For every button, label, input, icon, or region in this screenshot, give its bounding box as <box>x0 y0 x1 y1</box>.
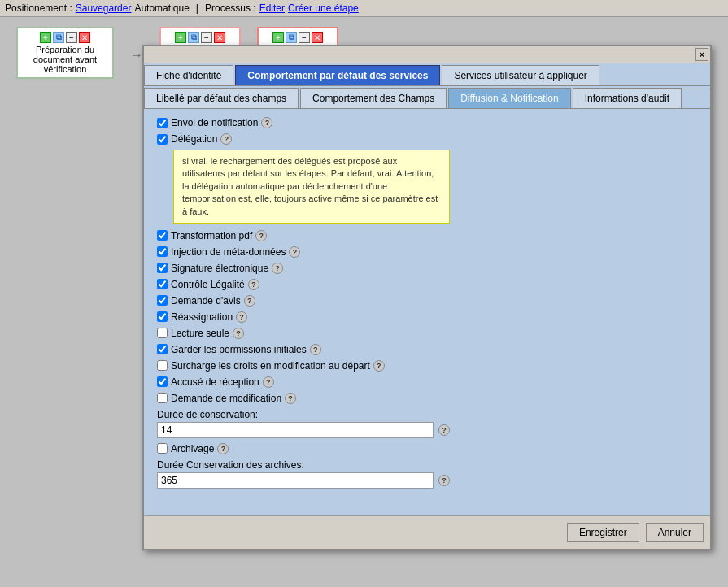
help-icon-lecture[interactable]: ? <box>233 328 244 339</box>
checkbox-demande-modif[interactable] <box>157 393 168 403</box>
duree-input[interactable] <box>157 422 434 438</box>
label-archivage: Archivage <box>171 443 214 454</box>
help-icon-delegation[interactable]: ? <box>220 133 232 145</box>
help-icon-accuse[interactable]: ? <box>263 376 274 388</box>
box1-label: Préparation du document avant vérificati… <box>24 45 106 74</box>
help-icon-reassignation[interactable]: ? <box>236 311 247 323</box>
checkbox-garder[interactable] <box>157 344 168 354</box>
box1-delete-icon[interactable]: ✕ <box>79 32 90 43</box>
field-row-duree: Durée de conservation: ? <box>157 409 697 438</box>
label-envoi: Envoi de notification <box>171 117 258 128</box>
process-box-1[interactable]: + ⧉ − ✕ Préparation du document avant vé… <box>16 27 114 79</box>
box3-copy-icon[interactable]: ⧉ <box>286 32 297 43</box>
help-icon-demande-avis[interactable]: ? <box>244 295 255 307</box>
box3-plus-icon[interactable]: + <box>272 32 284 43</box>
checkbox-demande-avis[interactable] <box>157 295 168 306</box>
archives-input[interactable] <box>157 472 434 489</box>
tab-comportement[interactable]: Comportement par défaut des services <box>235 65 440 85</box>
check-row-demande-modif: Demande de modification ? <box>157 393 697 404</box>
checkbox-lecture[interactable] <box>157 328 168 338</box>
box2-icons: + ⧉ − ✕ <box>175 32 225 43</box>
box2-copy-icon[interactable]: ⧉ <box>188 32 199 43</box>
label-signature: Signature électronique <box>171 263 268 274</box>
enregistrer-button[interactable]: Enregistrer <box>567 523 639 542</box>
label-delegation: Délégation <box>171 133 217 145</box>
box1-minus-icon[interactable]: − <box>66 32 77 43</box>
modal-content: Envoi de notification ? Délégation ? si … <box>144 109 710 515</box>
position-label: Positionement : <box>5 2 72 14</box>
checkbox-reassignation[interactable] <box>157 311 168 322</box>
check-row-garder: Garder les permissions initiales ? <box>157 344 697 355</box>
tab-libelle[interactable]: Libellé par défaut des champs <box>144 88 299 108</box>
auto-label: Automatique <box>134 2 189 14</box>
tooltip-delegation: si vrai, le rechargement des délégués es… <box>173 150 450 224</box>
modal-close-button[interactable]: × <box>695 48 708 61</box>
edit-link[interactable]: Editer <box>259 2 285 14</box>
canvas-arrow: → <box>130 48 143 63</box>
box1-plus-icon[interactable]: + <box>40 32 51 43</box>
tab-fiche[interactable]: Fiche d'identité <box>144 65 233 85</box>
checkbox-surcharge[interactable] <box>157 360 168 371</box>
label-demande-modif: Demande de modification <box>171 393 281 404</box>
help-icon-archivage[interactable]: ? <box>217 443 229 454</box>
check-row-demande-avis: Demande d'avis ? <box>157 295 697 307</box>
check-row-delegation: Délégation ? <box>157 133 697 145</box>
help-icon-signature[interactable]: ? <box>272 263 283 274</box>
checkbox-archivage[interactable] <box>157 443 168 454</box>
duree-input-row: ? <box>157 422 697 438</box>
label-lecture: Lecture seule <box>171 328 229 339</box>
label-garder: Garder les permissions initiales <box>171 344 307 355</box>
tab-row-2: Libellé par défaut des champs Comporteme… <box>144 86 710 109</box>
tab-diffusion[interactable]: Diffusion & Notification <box>448 88 571 108</box>
top-toolbar: Positionement : Sauvegarder Automatique … <box>0 0 728 17</box>
help-icon-controle[interactable]: ? <box>248 279 259 290</box>
check-row-accuse: Accusé de réception ? <box>157 376 697 388</box>
label-reassignation: Réassignation <box>171 311 233 323</box>
box2-plus-icon[interactable]: + <box>175 32 186 43</box>
checkbox-transformation[interactable] <box>157 230 168 241</box>
box1-copy-icon[interactable]: ⧉ <box>53 32 64 43</box>
label-accuse: Accusé de réception <box>171 376 259 388</box>
save-link[interactable]: Sauvegarder <box>76 2 132 14</box>
label-demande-avis: Demande d'avis <box>171 295 241 307</box>
label-controle: Contrôle Légalité <box>171 279 245 290</box>
help-icon-transformation[interactable]: ? <box>255 230 267 241</box>
archives-label: Durée Conservation des archives: <box>157 459 697 471</box>
check-row-injection: Injection de méta-données ? <box>157 246 697 258</box>
help-icon-archives[interactable]: ? <box>438 475 450 486</box>
check-row-lecture: Lecture seule ? <box>157 328 697 339</box>
toolbar-sep: | <box>196 2 198 14</box>
box3-minus-icon[interactable]: − <box>299 32 310 43</box>
checkbox-controle[interactable] <box>157 279 168 289</box>
box2-minus-icon[interactable]: − <box>201 32 212 43</box>
duree-label: Durée de conservation: <box>157 409 697 420</box>
tab-comport-champs[interactable]: Comportement des Champs <box>300 88 447 108</box>
checkbox-accuse[interactable] <box>157 376 168 387</box>
checkbox-delegation[interactable] <box>157 134 168 145</box>
annuler-button[interactable]: Annuler <box>646 523 704 542</box>
tab-services[interactable]: Services utilisateur à appliquer <box>442 65 599 85</box>
process-label: Processus : <box>205 2 256 14</box>
check-row-envoi: Envoi de notification ? <box>157 117 697 128</box>
check-row-reassignation: Réassignation ? <box>157 311 697 323</box>
tab-row-1: Fiche d'identité Comportement par défaut… <box>144 63 710 86</box>
box2-delete-icon[interactable]: ✕ <box>214 32 225 43</box>
check-row-controle: Contrôle Légalité ? <box>157 279 697 290</box>
help-icon-duree[interactable]: ? <box>438 424 450 436</box>
help-icon-demande-modif[interactable]: ? <box>285 393 296 404</box>
box3-delete-icon[interactable]: ✕ <box>312 32 323 43</box>
create-step-link[interactable]: Créer une étape <box>288 2 359 14</box>
checkbox-envoi[interactable] <box>157 118 168 128</box>
help-icon-garder[interactable]: ? <box>310 344 321 355</box>
checkbox-injection[interactable] <box>157 246 168 257</box>
help-icon-injection[interactable]: ? <box>289 246 300 258</box>
check-row-signature: Signature électronique ? <box>157 263 697 274</box>
help-icon-envoi[interactable]: ? <box>261 117 272 128</box>
modal-footer: Enregistrer Annuler <box>144 515 710 549</box>
page-wrapper: Positionement : Sauvegarder Automatique … <box>0 0 728 587</box>
help-icon-surcharge[interactable]: ? <box>373 360 385 372</box>
tab-audit[interactable]: Informations d'audit <box>573 88 682 108</box>
checkbox-signature[interactable] <box>157 263 168 273</box>
check-row-transformation: Transformation pdf ? <box>157 230 697 241</box>
check-row-surcharge: Surcharge les droits en modification au … <box>157 360 697 372</box>
